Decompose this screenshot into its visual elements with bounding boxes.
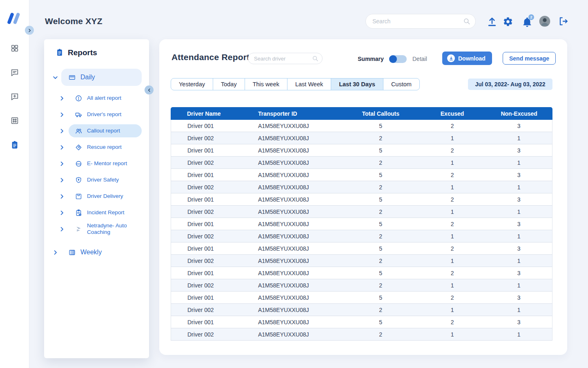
avatar[interactable]: [539, 16, 550, 27]
report-label: E- Mentor report: [87, 160, 127, 167]
table-cell: A1M58EYUXXU08J: [247, 206, 343, 218]
table-cell: 1: [486, 157, 552, 169]
table-row: Driver 002A1M58EYUXXU08J211: [171, 206, 552, 218]
table-cell: 2: [343, 157, 419, 169]
date-tab-custom[interactable]: Custom: [383, 79, 419, 90]
global-search-input[interactable]: [365, 14, 476, 29]
chevron-right-icon[interactable]: [58, 193, 65, 200]
table-row: Driver 001A1M58EYUXXU08J523: [171, 193, 552, 206]
logout-icon[interactable]: [558, 16, 568, 27]
table-cell: 5: [343, 242, 419, 255]
table-row: Driver 002A1M58EYUXXU08J211: [171, 279, 552, 292]
rail-expand-button[interactable]: [25, 26, 34, 35]
search-icon: [312, 55, 318, 62]
driver-search-input[interactable]: [248, 53, 323, 64]
report-link[interactable]: Driver Safety: [69, 173, 142, 186]
table-row: Driver 002A1M58EYUXXU08J211: [171, 304, 552, 316]
send-message-button[interactable]: Send message: [503, 52, 556, 65]
table-row: Driver 001A1M58EYUXXU08J523: [171, 120, 552, 132]
report-link[interactable]: Incident Report: [69, 206, 142, 219]
chevron-right-icon[interactable]: [58, 111, 65, 118]
report-label: Netradyne- Auto Coaching: [87, 222, 136, 235]
report-item-driver-safety: Driver Safety: [51, 172, 142, 188]
handshake-icon: [74, 143, 82, 151]
rail-apps-box-icon[interactable]: [7, 112, 23, 129]
clipboard-icon: [56, 48, 64, 57]
summary-detail-toggle[interactable]: [389, 55, 407, 63]
table-cell: 5: [343, 218, 419, 230]
date-tab-yesterday[interactable]: Yesterday: [171, 79, 213, 90]
upload-icon[interactable]: [487, 16, 497, 27]
table-cell: Driver 002: [171, 304, 247, 316]
chevron-down-icon[interactable]: [51, 74, 59, 81]
table-cell: Driver 002: [171, 230, 247, 242]
table-cell: Driver 002: [171, 157, 247, 169]
table-cell: Driver 001: [171, 169, 247, 181]
chevron-right-icon[interactable]: [58, 225, 65, 233]
send-message-label: Send message: [509, 55, 549, 62]
gear-icon[interactable]: [503, 16, 513, 27]
table-cell: A1M58EYUXXU08J: [247, 193, 343, 206]
report-label: All alert report: [87, 95, 121, 101]
window-icon: [68, 73, 76, 81]
panel-collapse-button[interactable]: [145, 85, 154, 94]
report-link[interactable]: Netradyne- Auto Coaching: [69, 220, 142, 238]
table-row: Driver 001A1M58EYUXXU08J523: [171, 316, 552, 328]
attendance-table: Driver NameTransporter IDTotal CalloutsE…: [171, 107, 552, 341]
table-row: Driver 001A1M58EYUXXU08J523: [171, 292, 552, 304]
table-cell: Driver 001: [171, 120, 247, 132]
rail-grid-icon[interactable]: [7, 40, 23, 56]
table-cell: A1M58EYUXXU08J: [247, 157, 343, 169]
welcome-heading: Welcome XYZ: [45, 16, 102, 26]
chevron-right-icon[interactable]: [58, 160, 65, 167]
report-link[interactable]: Weekly: [61, 244, 142, 261]
report-label: Driver Safety: [87, 177, 119, 183]
chevron-right-icon[interactable]: [58, 94, 65, 102]
date-tab-last-30-days[interactable]: Last 30 Days: [331, 79, 383, 90]
rail-chat-lines-icon[interactable]: [7, 64, 23, 81]
report-link[interactable]: Rescue report: [69, 141, 142, 154]
chevron-right-icon[interactable]: [58, 127, 65, 135]
clipboard-plus-icon: [74, 209, 82, 217]
date-tab-this-week[interactable]: This week: [245, 79, 287, 90]
download-button[interactable]: Download: [442, 52, 492, 65]
report-link[interactable]: Driver's report: [69, 108, 142, 121]
table-cell: Driver 002: [171, 255, 247, 267]
report-link[interactable]: Driver Delivery: [69, 190, 142, 203]
chevron-right-icon[interactable]: [58, 209, 65, 216]
chevron-right-icon[interactable]: [58, 176, 65, 184]
report-link[interactable]: Callout report: [69, 124, 142, 137]
report-link[interactable]: All alert report: [69, 92, 142, 105]
download-label: Download: [458, 55, 486, 62]
table-cell: 2: [419, 120, 486, 132]
table-cell: Driver 001: [171, 193, 247, 206]
table-cell: A1M58EYUXXU08J: [247, 120, 343, 132]
global-search: [365, 14, 476, 29]
chevron-right-icon[interactable]: [51, 249, 59, 256]
table-row: Driver 002A1M58EYUXXU08J211: [171, 230, 552, 242]
table-cell: A1M58EYUXXU08J: [247, 267, 343, 279]
table-cell: A1M58EYUXXU08J: [247, 132, 343, 144]
bell-icon[interactable]: 2: [521, 16, 533, 28]
report-item-netradyne-auto-coaching: Netradyne- Auto Coaching: [51, 221, 142, 237]
date-range-tabs: YesterdayTodayThis weekLast WeekLast 30 …: [171, 78, 420, 90]
rail-clipboard-icon[interactable]: [7, 137, 23, 153]
report-link[interactable]: E- Mentor report: [69, 157, 142, 170]
table-cell: 1: [419, 255, 486, 267]
chevron-right-icon[interactable]: [58, 144, 65, 151]
table-cell: Driver 002: [171, 279, 247, 292]
table-cell: 2: [419, 242, 486, 255]
report-item-incident-report: Incident Report: [51, 204, 142, 221]
table-cell: 1: [419, 132, 486, 144]
table-cell: 3: [486, 267, 552, 279]
report-link[interactable]: Daily: [61, 69, 142, 86]
report-item-driver-delivery: Driver Delivery: [51, 188, 142, 204]
report-label: Daily: [80, 74, 95, 81]
rail-chat-plus-icon[interactable]: [7, 88, 23, 105]
table-cell: 1: [419, 328, 486, 341]
date-tab-last-week[interactable]: Last Week: [287, 79, 331, 90]
report-item-callout-report: Callout report: [51, 123, 142, 139]
notification-badge: 2: [528, 14, 534, 20]
toggle-knob: [389, 55, 397, 63]
date-tab-today[interactable]: Today: [213, 79, 245, 90]
